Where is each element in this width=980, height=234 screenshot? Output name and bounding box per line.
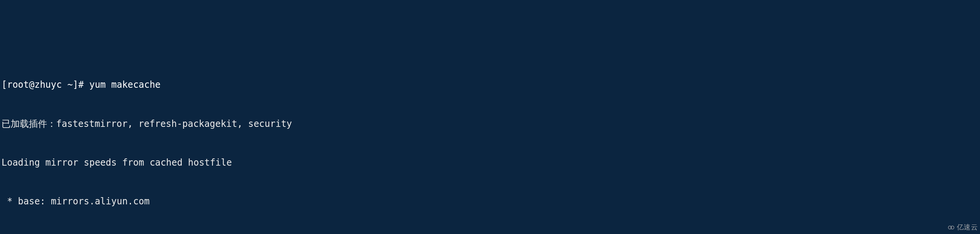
plugins-line: 已加载插件：fastestmirror, refresh-packagekit,… [2, 117, 978, 130]
mirror-line: * base: mirrors.aliyun.com [2, 195, 978, 208]
loading-line: Loading mirror speeds from cached hostfi… [2, 156, 978, 169]
cloud-icon [947, 223, 955, 232]
command-text: yum makecache [89, 80, 161, 90]
prompt-prefix: [root@zhuyc ~]# [2, 80, 84, 90]
prompt-line: [root@zhuyc ~]# yum makecache [2, 78, 978, 91]
terminal-output: [root@zhuyc ~]# yum makecache 已加载插件：fast… [2, 53, 978, 234]
watermark-text: 亿速云 [957, 223, 978, 232]
watermark: 亿速云 [947, 223, 978, 232]
